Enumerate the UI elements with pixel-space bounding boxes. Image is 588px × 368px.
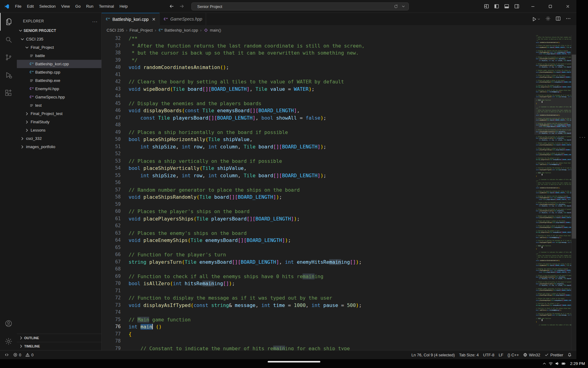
code-line[interactable]: 38 * but the cursor is back up so that i…: [102, 49, 534, 57]
code-line[interactable]: 43void wipeBoard(Tile board[][BOARD_LENG…: [102, 86, 534, 93]
tree-item-final_project_test[interactable]: Final_Project_test: [17, 109, 101, 118]
code-line[interactable]: 57// Random number generator to place th…: [102, 186, 534, 194]
code-line[interactable]: 77{: [102, 331, 534, 338]
code-line[interactable]: 61void placePlayersShips(Tile playersBoa…: [102, 215, 534, 223]
chevron-up-icon[interactable]: [542, 361, 547, 366]
code-editor[interactable]: 32/**37 * After the function returns the…: [102, 35, 534, 350]
activity-accounts[interactable]: [0, 315, 17, 332]
status-remote-indicator[interactable]: [2, 351, 11, 359]
code-line[interactable]: 69// Function to check if all the enemys…: [102, 273, 534, 280]
menu-edit[interactable]: Edit: [24, 0, 36, 13]
minimap[interactable]: /** * After the function returns the las…: [534, 35, 571, 350]
menu-view[interactable]: View: [58, 0, 73, 13]
breadcrumb-main()[interactable]: main(): [204, 28, 221, 33]
code-line[interactable]: 51 int shipSize, int row, int column, Ti…: [102, 143, 534, 151]
vertical-scrollbar[interactable]: [571, 35, 576, 350]
code-line[interactable]: 75// Main game function: [102, 316, 534, 324]
status-errors[interactable]: 0: [11, 351, 23, 359]
breadcrumb-battleship_kori.cpp[interactable]: C++Battleship_kori.cpp: [158, 28, 198, 33]
code-line[interactable]: 46void displayBoards(const Tile enemysBo…: [102, 107, 534, 114]
wifi-icon[interactable]: [548, 361, 553, 366]
status-platform[interactable]: Win32: [521, 351, 542, 359]
code-line[interactable]: 79 // Constant to indicate the number of…: [102, 345, 534, 351]
code-line[interactable]: 41: [102, 71, 534, 79]
code-line[interactable]: 37 * After the function returns the last…: [102, 42, 534, 50]
code-line[interactable]: 78: [102, 338, 534, 345]
status-eol[interactable]: LF: [496, 351, 505, 359]
code-line[interactable]: 73void displayAsIfTyped(const string& me…: [102, 302, 534, 309]
code-line[interactable]: 67string playersTurn(Tile enemysBoard[][…: [102, 259, 534, 266]
editor-action-more[interactable]: [566, 16, 571, 22]
run-dropdown-button[interactable]: [532, 17, 541, 22]
outline-section[interactable]: OUTLINE: [17, 334, 101, 342]
code-line[interactable]: 55 int shipSize, int row, int column, Ti…: [102, 172, 534, 179]
code-line[interactable]: 42// Clears the board by setting all til…: [102, 78, 534, 86]
activity-run-and-debug[interactable]: [0, 66, 17, 84]
layout-grid-icon[interactable]: [484, 4, 489, 9]
code-line[interactable]: 45// Display the enemies and the players…: [102, 100, 534, 107]
activity-explorer[interactable]: [0, 13, 17, 31]
minimap-viewport[interactable]: [534, 98, 571, 135]
code-line[interactable]: 59: [102, 201, 534, 208]
code-line[interactable]: 49// Places a ship horizontally on the b…: [102, 129, 534, 136]
explorer-more-icon[interactable]: ···: [92, 19, 98, 24]
tree-item-battleship.cpp[interactable]: C++Battleship.cpp: [17, 68, 101, 76]
code-line[interactable]: 56: [102, 179, 534, 186]
code-line[interactable]: 53// Places a ship vertically on the boa…: [102, 158, 534, 165]
layout-sidebar-right-icon[interactable]: [514, 4, 519, 9]
back-arrow-icon[interactable]: [169, 4, 174, 9]
activity-extensions[interactable]: [0, 84, 17, 102]
tree-item-battleship.exe[interactable]: Battleship.exe: [17, 76, 101, 85]
tree-item-gamespecs.hpp[interactable]: C++GameSpecs.hpp: [17, 93, 101, 101]
code-line[interactable]: 71: [102, 287, 534, 295]
code-line[interactable]: 32/**: [102, 35, 534, 42]
code-line[interactable]: 54bool placeShipVertically(Tile shipValu…: [102, 165, 534, 172]
breadcrumb-csci 235[interactable]: CSCI 235: [107, 28, 124, 33]
code-line[interactable]: 76int main (): [102, 323, 534, 331]
code-line[interactable]: 40void randomCoordinatesAnimation();: [102, 64, 534, 71]
speaker-icon[interactable]: [555, 361, 560, 366]
sync-icon[interactable]: [394, 4, 398, 9]
tree-item-finalstudy[interactable]: FinalStudy: [17, 118, 101, 126]
status-encoding[interactable]: UTF-8: [481, 351, 496, 359]
status-language-mode[interactable]: {} C++: [505, 351, 521, 359]
editor-action-gear[interactable]: [545, 16, 551, 22]
battery-icon[interactable]: [561, 361, 566, 366]
tree-item-battle[interactable]: battle: [17, 52, 101, 60]
activity-search[interactable]: [0, 31, 17, 48]
status-cursor-position[interactable]: Ln 76, Col 9 (4 selected): [409, 351, 457, 359]
code-line[interactable]: 48: [102, 121, 534, 129]
minimize-button[interactable]: [524, 0, 541, 13]
code-line[interactable]: 63// Places the enemy's ships on the boa…: [102, 230, 534, 237]
menu-selection[interactable]: Selection: [36, 0, 58, 13]
tree-item-test[interactable]: test: [17, 101, 101, 109]
menu-terminal[interactable]: Terminal: [96, 0, 117, 13]
status-prettier[interactable]: Prettier: [542, 351, 565, 359]
breadcrumb-final_project[interactable]: Final_Project: [130, 28, 153, 33]
tree-item-csci_332[interactable]: csci_332: [17, 134, 101, 143]
tab-close-icon[interactable]: ✕: [152, 17, 156, 22]
code-line[interactable]: 47 const Tile playersBoard[][BOARD_LENGT…: [102, 114, 534, 122]
editor-action-split-editor[interactable]: [556, 16, 561, 22]
code-line[interactable]: 58void placeShipsRandomly(Tile board[][B…: [102, 194, 534, 201]
code-line[interactable]: 62: [102, 222, 534, 230]
section-senior-project[interactable]: SENIOR PROJECT: [17, 26, 101, 35]
layout-sidebar-left-icon[interactable]: [494, 4, 499, 9]
layout-panel-icon[interactable]: [504, 4, 509, 9]
forward-arrow-icon[interactable]: [179, 4, 184, 9]
code-line[interactable]: 65: [102, 244, 534, 251]
command-center[interactable]: Senior Project: [191, 2, 409, 10]
tree-item-enemyai.hpp[interactable]: C++EnemyAI.hpp: [17, 85, 101, 93]
code-line[interactable]: 50bool placeShipHorizontally(Tile shipVa…: [102, 136, 534, 143]
status-notifications[interactable]: [565, 351, 574, 359]
code-line[interactable]: 66// Function for the player's turn: [102, 251, 534, 259]
tree-item-images_portfolio[interactable]: images_portfolio: [17, 143, 101, 151]
code-line[interactable]: 60// Places the player's ships on the bo…: [102, 208, 534, 215]
tree-item-battleship_kori.cpp[interactable]: C++Battleship_kori.cpp: [17, 60, 101, 68]
status-warnings[interactable]: 0: [23, 351, 36, 359]
code-line[interactable]: 70bool isAllZero(int hitsRemaining[]);: [102, 280, 534, 287]
code-line[interactable]: 72// Function to display the message as …: [102, 294, 534, 302]
tab-battleship_kori.cpp[interactable]: C++Battleship_kori.cpp✕: [102, 13, 160, 25]
code-line[interactable]: 64void placeEnemyShips(Tile enemysBoard[…: [102, 237, 534, 244]
code-line[interactable]: 74: [102, 309, 534, 316]
